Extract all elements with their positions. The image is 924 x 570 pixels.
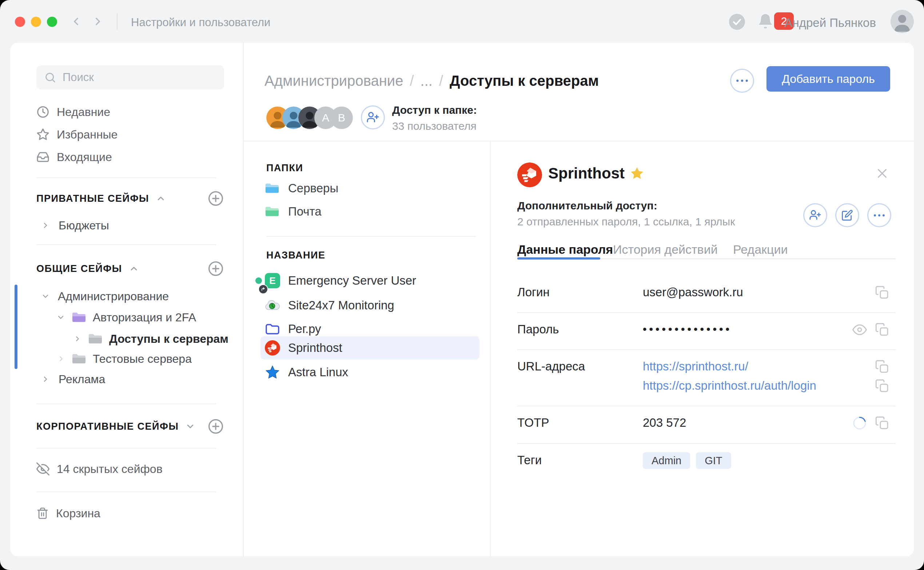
chevron-down-icon[interactable] — [41, 292, 50, 300]
nav-forward-icon[interactable] — [92, 15, 104, 28]
folder-row-servers[interactable]: Серверы — [265, 177, 338, 200]
field-divider — [517, 443, 896, 444]
chevron-down-icon[interactable] — [57, 313, 65, 322]
window-minimize-button[interactable] — [31, 17, 41, 27]
list-item-emergency[interactable]: E Emergency Server User — [261, 269, 479, 292]
url-link-1[interactable]: https://sprinthost.ru/ — [643, 360, 748, 373]
copy-icon[interactable] — [875, 322, 889, 337]
password-value-masked: •••••••••••••• — [643, 323, 732, 336]
totp-label: TOTP — [517, 416, 549, 430]
window-close-button[interactable] — [15, 17, 25, 27]
url-link-2[interactable]: https://cp.sprinthost.ru/auth/login — [643, 379, 816, 392]
field-divider — [517, 349, 896, 350]
folder-row-mail[interactable]: Почта — [265, 200, 322, 223]
folder-icon-blue — [265, 182, 279, 194]
sidebar-item-favorites[interactable]: Избранные — [36, 126, 118, 143]
copy-icon[interactable] — [875, 379, 889, 393]
eye-icon[interactable] — [852, 322, 867, 337]
tag-admin[interactable]: Admin — [643, 452, 690, 469]
breadcrumb-root[interactable]: Администрирование — [264, 73, 403, 89]
search-box[interactable] — [36, 66, 224, 89]
chevron-right-icon[interactable] — [74, 335, 81, 343]
add-private-vault-button[interactable] — [208, 190, 224, 207]
chevron-right-icon[interactable] — [57, 355, 65, 363]
cloud-monitor-icon — [265, 298, 280, 313]
chevron-right-icon[interactable] — [41, 221, 50, 230]
tree-folder-test-servers[interactable]: Тестовые сервера — [57, 350, 192, 368]
section-shared-vaults[interactable]: ОБЩИЕ СЕЙФЫ — [36, 260, 139, 277]
user-name: Андрей Пьянков — [785, 16, 876, 30]
add-password-button[interactable]: Добавить пароль — [766, 66, 890, 92]
bell-icon[interactable] — [757, 13, 774, 29]
more-button[interactable] — [867, 203, 891, 227]
add-corporate-vault-button[interactable] — [208, 418, 224, 434]
main-panel: Администрирование / ... / Доступы к серв… — [244, 43, 914, 556]
list-item-sprinthost-selected[interactable]: Sprinthost — [261, 336, 479, 360]
copy-icon[interactable] — [875, 285, 889, 300]
search-icon — [45, 72, 56, 83]
login-label: Логин — [517, 285, 549, 299]
sidebar-item-recent[interactable]: Недавние — [36, 103, 110, 121]
tab-password-data[interactable]: Данные пароля — [517, 242, 613, 257]
folder-name: Почта — [288, 205, 322, 219]
status-check-icon[interactable] — [729, 14, 745, 30]
tag-git[interactable]: GIT — [696, 452, 731, 469]
folder-members-avatars[interactable]: A B — [266, 107, 353, 129]
clock-icon — [36, 106, 49, 118]
tags-list: Admin GIT — [643, 452, 731, 469]
tab-revisions[interactable]: Редакции — [733, 242, 787, 257]
nav-back-icon[interactable] — [70, 15, 82, 28]
sidebar-vault-budgets[interactable]: Бюджеты — [41, 217, 109, 234]
user-avatar[interactable] — [890, 10, 914, 33]
item-name: Site24x7 Monitoring — [288, 299, 394, 312]
breadcrumb-ellipsis[interactable]: ... — [421, 73, 433, 89]
screenshot-stage: Настройки и пользователи 2 Андрей Пьянко… — [0, 0, 924, 570]
folder-name: Серверы — [288, 181, 338, 195]
chevron-down-icon[interactable] — [185, 421, 195, 432]
list-item-astra[interactable]: Astra Linux — [261, 361, 479, 384]
astra-star-icon — [265, 365, 280, 380]
item-name: Emergency Server User — [288, 274, 416, 288]
sidebar-item-hidden-vaults[interactable]: 14 скрытых сейфов — [36, 460, 163, 478]
list-divider — [266, 236, 476, 237]
copy-icon[interactable] — [875, 360, 889, 374]
regru-folder-icon — [265, 321, 280, 337]
list-item-site24x7[interactable]: Site24x7 Monitoring — [261, 294, 479, 317]
folder-label-selected: Доступы к серверам — [109, 332, 229, 346]
chevron-up-icon[interactable] — [156, 193, 166, 204]
field-divider — [517, 312, 896, 313]
folder-more-button[interactable] — [730, 69, 754, 93]
totp-timer-ring — [852, 416, 867, 431]
item-name: Astra Linux — [288, 365, 348, 379]
window-zoom-button[interactable] — [47, 17, 57, 27]
titlebar: Настройки и пользователи 2 Андрей Пьянко… — [0, 0, 924, 43]
section-corporate-vaults[interactable]: КОРПОРАТИВНЫЕ СЕЙФЫ — [36, 418, 195, 435]
share-user-button[interactable] — [803, 203, 827, 227]
close-icon[interactable] — [876, 167, 889, 180]
copy-icon[interactable] — [875, 416, 889, 431]
tab-history[interactable]: История действий — [613, 242, 718, 257]
password-label: Пароль — [517, 322, 559, 336]
tags-label: Теги — [517, 453, 542, 467]
tree-folder-server-access[interactable]: Доступы к серверам — [74, 330, 229, 348]
inbox-icon — [36, 150, 49, 164]
edit-button[interactable] — [835, 203, 859, 227]
login-value: user@passwork.ru — [643, 285, 743, 299]
chevron-up-icon[interactable] — [129, 264, 139, 274]
sidebar-item-inbox[interactable]: Входящие — [36, 148, 112, 166]
sidebar-divider — [36, 492, 216, 492]
favorite-star-icon[interactable] — [630, 166, 644, 181]
tree-folder-2fa[interactable]: Авторизация и 2FA — [57, 309, 196, 326]
add-shared-vault-button[interactable] — [208, 260, 224, 277]
section-private-vaults[interactable]: ПРИВАТНЫЕ СЕЙФЫ — [36, 190, 166, 207]
tree-vault-administration[interactable]: Администрирование — [41, 288, 169, 305]
sidebar-divider — [36, 178, 216, 178]
sidebar-item-trash[interactable]: Корзина — [36, 504, 100, 522]
folder-access-count: 33 пользователя — [392, 120, 477, 132]
vault-label: Реклама — [58, 372, 105, 386]
chevron-right-icon[interactable] — [41, 375, 50, 383]
tree-vault-ads[interactable]: Реклама — [41, 371, 105, 388]
folder-icon-green — [265, 206, 279, 218]
invite-user-button[interactable] — [361, 106, 385, 129]
search-input[interactable] — [62, 70, 216, 84]
